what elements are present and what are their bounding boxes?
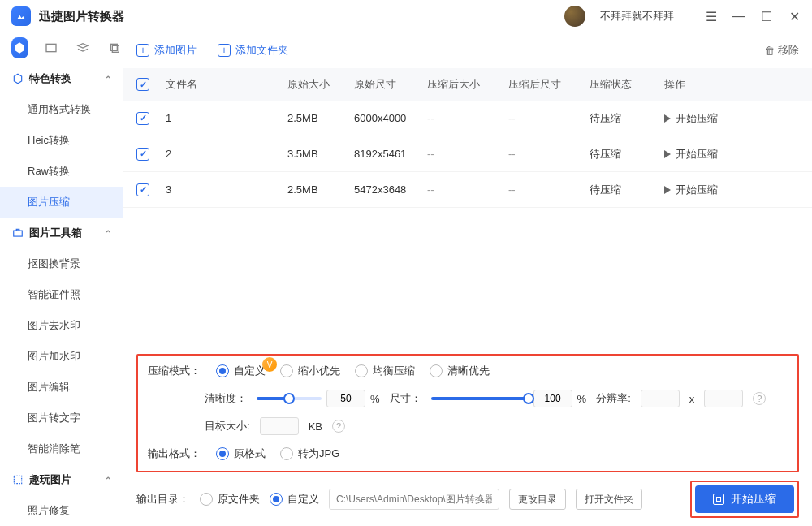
out-path-input[interactable] — [329, 489, 499, 510]
sidebar-item-bg[interactable]: 抠图换背景 — [0, 248, 123, 279]
sidebar-item-idphoto[interactable]: 智能证件照 — [0, 279, 123, 310]
target-input[interactable] — [260, 417, 299, 435]
row-checkbox[interactable] — [136, 148, 149, 161]
cell-name: 3 — [166, 183, 287, 196]
sidebar-item-compress[interactable]: 图片压缩 — [0, 187, 123, 218]
tool-copy-icon[interactable] — [106, 37, 123, 58]
help-icon[interactable]: ? — [332, 420, 345, 433]
cell-cdim: -- — [508, 148, 590, 160]
mode-shrink-radio[interactable] — [280, 364, 293, 377]
res-h-input[interactable] — [704, 390, 743, 407]
app-title: 迅捷图片转换器 — [39, 9, 124, 24]
remove-button[interactable]: 🗑 移除 — [764, 43, 799, 58]
cell-name: 2 — [166, 148, 287, 160]
start-compress-button[interactable]: 开始压缩 — [695, 485, 794, 513]
maximize-icon[interactable]: ☐ — [760, 10, 773, 23]
row-checkbox[interactable] — [136, 112, 149, 125]
fmt-orig-radio[interactable] — [216, 447, 229, 460]
sidebar-item-restore[interactable]: 照片修复 — [0, 495, 123, 526]
avatar[interactable] — [564, 6, 585, 27]
help-icon[interactable]: ? — [753, 392, 766, 405]
table-header: 文件名 原始大小 原始尺寸 压缩后大小 压缩后尺寸 压缩状态 操作 — [123, 68, 812, 101]
cell-dim: 5472x3648 — [354, 183, 427, 196]
add-folder-button[interactable]: + 添加文件夹 — [218, 43, 288, 58]
sidebar-item-addwm[interactable]: 图片加水印 — [0, 341, 123, 372]
table-row: 2 3.5MB 8192x5461 -- -- 待压缩 开始压缩 — [123, 136, 812, 172]
open-dir-button[interactable]: 打开文件夹 — [576, 489, 642, 510]
size-input[interactable] — [533, 390, 572, 407]
cell-size: 3.5MB — [287, 148, 354, 160]
svg-rect-3 — [14, 231, 23, 236]
sidebar-item-rmwm[interactable]: 图片去水印 — [0, 310, 123, 341]
group-toolbox[interactable]: 图片工具箱 ⌃ — [0, 218, 123, 248]
mode-custom-radio[interactable] — [216, 364, 229, 377]
sidebar-item-ocr[interactable]: 图片转文字 — [0, 403, 123, 433]
size-label: 尺寸： — [390, 391, 421, 406]
cell-size: 2.5MB — [287, 183, 354, 196]
group-title: 趣玩图片 — [29, 472, 71, 487]
trash-icon: 🗑 — [764, 45, 775, 57]
out-orig-radio[interactable] — [200, 493, 213, 506]
group-title: 特色转换 — [29, 71, 71, 86]
mode-clear-radio[interactable] — [430, 364, 443, 377]
play-icon — [664, 150, 671, 158]
cell-name: 1 — [166, 112, 287, 124]
tool-image-icon[interactable] — [43, 37, 60, 58]
mode-label: 压缩模式： — [148, 364, 201, 378]
cell-status: 待压缩 — [590, 111, 664, 126]
sidebar-item-heic[interactable]: Heic转换 — [0, 125, 123, 156]
tool-layers-icon[interactable] — [75, 37, 92, 58]
sidebar-item-edit[interactable]: 图片编辑 — [0, 372, 123, 403]
table-row: 3 2.5MB 5472x3648 -- -- 待压缩 开始压缩 — [123, 172, 812, 208]
fmt-jpg-radio[interactable] — [280, 447, 293, 460]
row-start-button[interactable]: 开始压缩 — [664, 183, 718, 197]
close-icon[interactable]: ✕ — [788, 10, 801, 23]
tool-hex-icon[interactable] — [11, 37, 28, 58]
cell-dim: 6000x4000 — [354, 112, 427, 124]
menu-icon[interactable]: ☰ — [705, 10, 718, 23]
clarity-slider[interactable] — [257, 397, 322, 400]
change-dir-button[interactable]: 更改目录 — [509, 489, 566, 510]
clarity-label: 清晰度： — [205, 391, 247, 406]
row-checkbox[interactable] — [136, 183, 149, 196]
cell-dim: 8192x5461 — [354, 148, 427, 160]
chevron-up-icon: ⌃ — [105, 229, 111, 238]
cell-csize: -- — [427, 112, 508, 124]
svg-rect-0 — [46, 44, 56, 51]
cell-size: 2.5MB — [287, 112, 354, 124]
row-start-button[interactable]: 开始压缩 — [664, 147, 718, 162]
toolbox-icon — [11, 226, 24, 239]
minimize-icon[interactable]: — — [732, 10, 745, 23]
app-logo — [11, 6, 31, 26]
group-special[interactable]: 特色转换 ⌃ — [0, 63, 123, 94]
row-start-button[interactable]: 开始压缩 — [664, 111, 718, 126]
cell-cdim: -- — [508, 183, 590, 196]
cell-status: 待压缩 — [590, 147, 664, 162]
start-highlight-box: 开始压缩 — [690, 481, 799, 518]
group-fun[interactable]: 趣玩图片 ⌃ — [0, 464, 123, 495]
cell-cdim: -- — [508, 112, 590, 124]
clarity-input[interactable] — [326, 390, 365, 407]
play-icon — [664, 114, 671, 123]
sidebar-item-raw[interactable]: Raw转换 — [0, 156, 123, 187]
th-cdim: 压缩后尺寸 — [508, 77, 590, 92]
cell-csize: -- — [427, 183, 508, 196]
add-image-button[interactable]: + 添加图片 — [136, 43, 197, 58]
svg-rect-5 — [14, 476, 21, 483]
th-action: 操作 — [664, 77, 799, 92]
out-custom-radio[interactable] — [270, 493, 283, 506]
sidebar-item-erase[interactable]: 智能消除笔 — [0, 433, 123, 464]
compress-icon — [713, 494, 724, 505]
size-slider[interactable] — [431, 397, 529, 400]
hexagon-icon — [11, 72, 24, 85]
res-label: 分辨率: — [596, 391, 631, 406]
chevron-up-icon: ⌃ — [105, 476, 111, 485]
select-all-checkbox[interactable] — [136, 78, 149, 91]
res-w-input[interactable] — [641, 390, 680, 407]
sidebar-item-general[interactable]: 通用格式转换 — [0, 94, 123, 125]
folder-plus-icon: + — [218, 44, 231, 57]
fun-icon — [11, 473, 24, 486]
mode-balance-radio[interactable] — [355, 364, 368, 377]
settings-highlight-box: 压缩模式： 自定义V 缩小优先 均衡压缩 清晰优先 清晰度： % 尺寸： % — [136, 354, 799, 472]
svg-rect-1 — [110, 44, 117, 50]
